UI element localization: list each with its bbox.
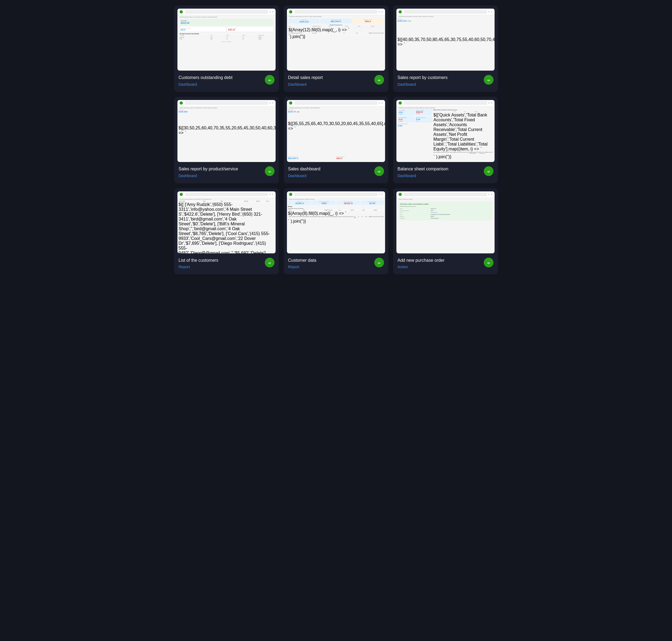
card-title-6: Balance sheet comparison — [398, 166, 494, 172]
card-info-2: Detail sales report Dashboard qb — [284, 71, 388, 92]
card-subtitle-8: Report — [288, 265, 384, 269]
card-preview-4: Sales report by product for September: S… — [177, 100, 275, 162]
card-preview-9: Order 250 kg of carrots Purchase order s… — [397, 191, 495, 254]
card-subtitle-9: Action — [398, 265, 494, 269]
card-sales-dashboard[interactable]: Preparing information for the debt: Sale… — [284, 97, 388, 183]
card-subtitle-7: Report — [178, 265, 274, 269]
card-preview-2: Preparing information for the det: Sales… — [287, 9, 385, 71]
card-preview-5: Preparing information for the debt: Sale… — [287, 100, 385, 162]
card-list-of-customers[interactable]: Preparing information for the debt: Get … — [174, 188, 279, 275]
card-customer-data[interactable]: Show me data about this customer: Disney… — [284, 188, 388, 275]
card-subtitle-5: Dashboard — [288, 174, 384, 178]
card-info-6: Balance sheet comparison Dashboard qb — [393, 162, 498, 183]
svg-text:qb: qb — [378, 171, 380, 173]
card-preview-3: Preparing information for the det: Sales… — [397, 9, 495, 71]
card-sales-report-by-customers[interactable]: Preparing information for the det: Sales… — [393, 5, 498, 92]
svg-text:qb: qb — [378, 262, 380, 264]
svg-text:qb: qb — [487, 262, 490, 264]
card-subtitle-1: Dashboard — [178, 82, 274, 86]
card-subtitle-2: Dashboard — [288, 82, 384, 86]
card-info-9: Add new purchase order Action qb — [393, 254, 498, 275]
svg-text:qb: qb — [268, 79, 271, 81]
card-info-8: Customer data Report qb — [284, 254, 388, 275]
card-badge-2: qb — [374, 75, 384, 85]
cards-grid: Preparing information for the debt: Cust… — [174, 5, 498, 274]
svg-text:qb: qb — [268, 171, 271, 173]
svg-text:qb: qb — [487, 171, 490, 173]
card-preview-8: Show me data about this customer: Disney… — [287, 191, 385, 254]
card-subtitle-3: Dashboard — [398, 82, 494, 86]
card-badge-5: qb — [374, 166, 384, 176]
svg-text:qb: qb — [268, 262, 271, 264]
card-sales-report-by-product[interactable]: Sales report by product for September: S… — [174, 97, 279, 183]
svg-text:qb: qb — [378, 79, 380, 81]
card-badge-8: qb — [374, 258, 384, 268]
card-title-7: List of the customers — [178, 258, 274, 263]
card-title-9: Add new purchase order — [398, 258, 494, 263]
card-badge-1: qb — [265, 75, 274, 85]
card-title-1: Customers outstanding debt — [178, 75, 274, 81]
card-info-1: Customers outstanding debt Dashboard qb — [174, 71, 279, 92]
card-balance-sheet-comparison[interactable]: Preparing information for the debt: Bala… — [393, 97, 498, 183]
card-info-4: Sales report by product/service Dashboar… — [174, 162, 279, 183]
card-subtitle-6: Dashboard — [398, 174, 494, 178]
card-preview-7: Preparing information for the debt: Get … — [177, 191, 275, 254]
card-title-2: Detail sales report — [288, 75, 384, 81]
svg-text:qb: qb — [487, 79, 490, 81]
card-preview-1: Preparing information for the debt: Cust… — [177, 9, 275, 71]
card-badge-9: qb — [484, 258, 494, 268]
card-title-5: Sales dashboard — [288, 166, 384, 172]
card-add-new-purchase-order[interactable]: Order 250 kg of carrots Purchase order s… — [393, 188, 498, 275]
card-customers-outstanding-debt[interactable]: Preparing information for the debt: Cust… — [174, 5, 279, 92]
card-subtitle-4: Dashboard — [178, 174, 274, 178]
card-info-3: Sales report by customers Dashboard qb — [393, 71, 498, 92]
card-badge-7: qb — [265, 258, 274, 268]
card-info-7: List of the customers Report qb — [174, 254, 279, 275]
card-badge-6: qb — [484, 166, 494, 176]
card-info-5: Sales dashboard Dashboard qb — [284, 162, 388, 183]
card-preview-6: Preparing information for the debt: Bala… — [397, 100, 495, 162]
card-detail-sales-report[interactable]: Preparing information for the det: Sales… — [284, 5, 388, 92]
card-badge-3: qb — [484, 75, 494, 85]
card-title-4: Sales report by product/service — [178, 166, 274, 172]
card-badge-4: qb — [265, 166, 274, 176]
card-title-3: Sales report by customers — [398, 75, 494, 81]
card-title-8: Customer data — [288, 258, 384, 263]
